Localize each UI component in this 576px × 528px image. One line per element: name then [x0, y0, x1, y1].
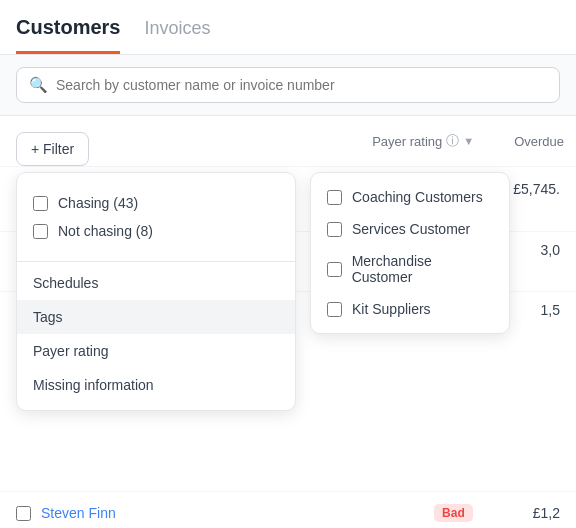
overdue-amount-3: 1,5	[541, 302, 560, 318]
customer-name[interactable]: Steven Finn	[41, 505, 116, 521]
filter-divider	[17, 261, 295, 262]
overdue-amount-1: £5,745.	[513, 181, 560, 197]
search-bar: 🔍	[16, 67, 560, 103]
row-left: Steven Finn	[16, 505, 116, 521]
filter-not-chasing[interactable]: Not chasing (8)	[33, 217, 279, 245]
overdue-header: Overdue	[514, 132, 564, 150]
tags-dropdown: Coaching Customers Services Customer Mer…	[310, 172, 510, 334]
tag-coaching[interactable]: Coaching Customers	[311, 181, 509, 213]
page-container: Customers Invoices 🔍 + Filter Payer rati…	[0, 0, 576, 528]
tag-services[interactable]: Services Customer	[311, 213, 509, 245]
filter-menu-tags[interactable]: Tags	[17, 300, 295, 334]
kit-suppliers-checkbox[interactable]	[327, 302, 342, 317]
overdue-amount-bottom: £1,2	[533, 505, 560, 521]
not-chasing-checkbox[interactable]	[33, 224, 48, 239]
main-area: + Filter Payer rating ⓘ ▼ Overdue Averag…	[0, 116, 576, 528]
chasing-checkbox[interactable]	[33, 196, 48, 211]
tab-customers[interactable]: Customers	[16, 16, 120, 54]
row-checkbox[interactable]	[16, 506, 31, 521]
payer-rating-header: Payer rating ⓘ ▼	[372, 132, 474, 150]
search-icon: 🔍	[29, 76, 48, 94]
filter-chasing[interactable]: Chasing (43)	[33, 189, 279, 217]
filter-button[interactable]: + Filter	[16, 132, 89, 166]
tag-merchandise[interactable]: Merchandise Customer	[311, 245, 509, 293]
filter-label: + Filter	[31, 141, 74, 157]
table-row-steven: Steven Finn Bad £1,2	[0, 491, 576, 528]
search-input[interactable]	[56, 77, 547, 93]
filter-panel: Chasing (43) Not chasing (8) Schedules T…	[16, 172, 296, 411]
filter-menu-schedules[interactable]: Schedules	[17, 266, 295, 300]
sort-icon[interactable]: ▼	[463, 135, 474, 147]
row-right: Bad £1,2	[434, 504, 560, 522]
info-icon: ⓘ	[446, 132, 459, 150]
tag-kit-suppliers[interactable]: Kit Suppliers	[311, 293, 509, 325]
merchandise-checkbox[interactable]	[327, 262, 342, 277]
filter-menu-payer-rating[interactable]: Payer rating	[17, 334, 295, 368]
overdue-amount-2: 3,0	[541, 242, 560, 258]
tabs-header: Customers Invoices	[0, 0, 576, 55]
coaching-checkbox[interactable]	[327, 190, 342, 205]
services-checkbox[interactable]	[327, 222, 342, 237]
payer-badge-bad: Bad	[434, 504, 473, 522]
search-container: 🔍	[0, 55, 576, 116]
tab-invoices[interactable]: Invoices	[144, 18, 210, 54]
filter-menu-missing-info[interactable]: Missing information	[17, 368, 295, 402]
filter-chasing-section: Chasing (43) Not chasing (8)	[17, 189, 295, 257]
